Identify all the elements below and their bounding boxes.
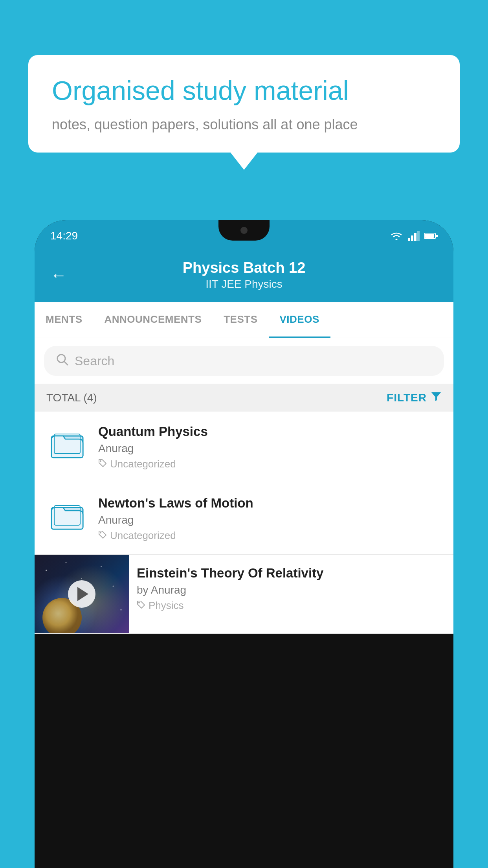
filter-button[interactable]: FILTER <box>387 391 442 405</box>
play-triangle-icon <box>77 587 88 601</box>
filter-row: TOTAL (4) FILTER <box>35 384 453 412</box>
wifi-icon <box>390 231 403 241</box>
svg-rect-5 <box>425 234 434 238</box>
signal-icon <box>408 231 420 241</box>
video-info: Einstein's Theory Of Relativity by Anura… <box>129 555 453 623</box>
list-item[interactable]: Newton's Laws of Motion Anurag Uncategor… <box>35 483 453 555</box>
svg-line-8 <box>64 361 68 365</box>
play-button[interactable] <box>68 580 95 608</box>
video-author: by Anurag <box>137 584 446 596</box>
list-item[interactable]: Quantum Physics Anurag Uncategorized <box>35 412 453 483</box>
status-icons <box>390 231 438 241</box>
svg-point-23 <box>138 602 140 603</box>
video-info: Quantum Physics Anurag Uncategorized <box>98 424 442 470</box>
battery-icon <box>424 232 438 239</box>
folder-icon <box>50 498 85 533</box>
camera-dot <box>240 227 248 234</box>
bubble-subtitle: notes, question papers, solutions all at… <box>52 116 436 133</box>
tab-ments[interactable]: MENTS <box>35 302 94 338</box>
svg-point-21 <box>120 609 122 611</box>
video-list: Quantum Physics Anurag Uncategorized <box>35 412 453 634</box>
svg-point-18 <box>101 566 102 567</box>
tabs-container: MENTS ANNOUNCEMENTS TESTS VIDEOS <box>35 302 453 338</box>
svg-rect-0 <box>408 238 410 241</box>
video-tag: Uncategorized <box>98 530 442 542</box>
video-author: Anurag <box>98 514 442 526</box>
video-title: Newton's Laws of Motion <box>98 496 442 511</box>
video-tag: Physics <box>137 600 446 612</box>
tag-icon <box>137 600 145 612</box>
total-count: TOTAL (4) <box>46 392 97 404</box>
filter-funnel-icon <box>431 391 442 405</box>
svg-point-11 <box>100 460 101 462</box>
folder-thumbnail <box>46 496 89 535</box>
status-bar: 14:29 <box>35 220 453 252</box>
folder-thumbnail <box>46 424 89 463</box>
phone-content: Search TOTAL (4) FILTER <box>35 338 453 634</box>
tag-icon <box>98 530 107 542</box>
search-placeholder: Search <box>75 354 114 368</box>
batch-subtitle: IIT JEE Physics <box>79 278 409 291</box>
back-button[interactable]: ← <box>50 266 67 285</box>
filter-label: FILTER <box>387 392 427 404</box>
bubble-title: Organised study material <box>52 75 436 107</box>
video-info: Newton's Laws of Motion Anurag Uncategor… <box>98 496 442 542</box>
svg-rect-3 <box>417 231 420 241</box>
notch <box>218 220 270 241</box>
speech-bubble-container: Organised study material notes, question… <box>28 55 460 153</box>
phone-frame: 14:29 <box>35 220 453 868</box>
video-author: Anurag <box>98 442 442 455</box>
status-time: 14:29 <box>50 230 78 242</box>
search-icon <box>56 353 68 369</box>
list-item[interactable]: Einstein's Theory Of Relativity by Anura… <box>35 555 453 634</box>
svg-point-16 <box>66 562 67 563</box>
search-bar[interactable]: Search <box>44 346 444 376</box>
tag-icon <box>98 458 107 470</box>
video-tag: Uncategorized <box>98 458 442 470</box>
svg-point-19 <box>113 586 114 587</box>
speech-bubble: Organised study material notes, question… <box>28 55 460 153</box>
svg-rect-1 <box>411 235 413 241</box>
tab-videos[interactable]: VIDEOS <box>269 302 330 338</box>
video-title: Quantum Physics <box>98 424 442 439</box>
video-thumbnail <box>35 555 129 633</box>
batch-title: Physics Batch 12 <box>79 259 409 276</box>
svg-rect-6 <box>436 235 438 237</box>
tab-tests[interactable]: TESTS <box>213 302 268 338</box>
svg-point-14 <box>100 532 101 533</box>
svg-point-17 <box>81 578 82 579</box>
header-title-area: Physics Batch 12 IIT JEE Physics <box>79 259 409 291</box>
search-container: Search <box>35 338 453 384</box>
tab-announcements[interactable]: ANNOUNCEMENTS <box>94 302 213 338</box>
svg-rect-2 <box>414 233 416 241</box>
folder-icon <box>50 426 85 462</box>
svg-point-15 <box>46 570 47 571</box>
app-header: ← Physics Batch 12 IIT JEE Physics <box>35 252 453 302</box>
video-title: Einstein's Theory Of Relativity <box>137 566 446 581</box>
